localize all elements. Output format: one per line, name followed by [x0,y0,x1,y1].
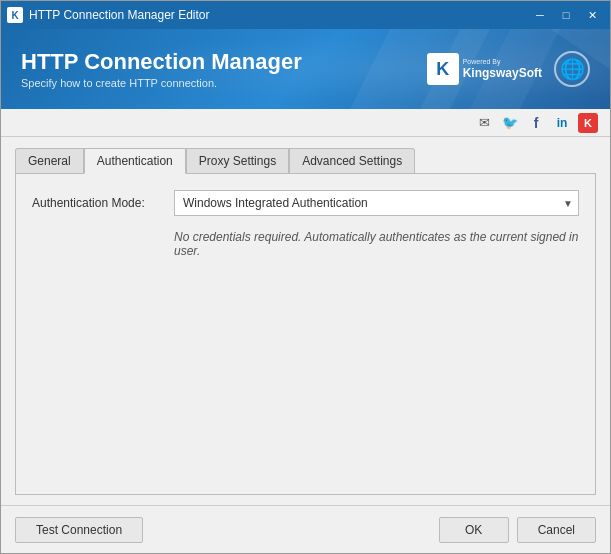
header-right: K Powered By KingswaySoft 🌐 [427,51,590,87]
linkedin-icon[interactable]: in [552,113,572,133]
kingsway-icon[interactable]: K [578,113,598,133]
window-controls: ─ □ ✕ [528,6,604,24]
tab-advanced[interactable]: Advanced Settings [289,148,415,174]
brand-name: KingswaySoft [463,66,542,80]
brand-text: Powered By KingswaySoft [463,58,542,81]
globe-icon[interactable]: 🌐 [554,51,590,87]
email-icon[interactable]: ✉ [474,113,494,133]
auth-mode-label: Authentication Mode: [32,196,162,210]
footer-right: OK Cancel [439,517,596,543]
tab-proxy[interactable]: Proxy Settings [186,148,289,174]
window-title: HTTP Connection Manager Editor [29,8,210,22]
minimize-button[interactable]: ─ [528,6,552,24]
main-content: General Authentication Proxy Settings Ad… [1,137,610,505]
test-connection-button[interactable]: Test Connection [15,517,143,543]
tab-bar: General Authentication Proxy Settings Ad… [15,147,596,173]
header-title: HTTP Connection Manager [21,49,302,75]
app-icon: K [7,7,23,23]
auth-mode-select-wrapper: Windows Integrated Authentication Basic … [174,190,579,216]
title-bar: K HTTP Connection Manager Editor ─ □ ✕ [1,1,610,29]
header-subtitle: Specify how to create HTTP connection. [21,77,302,89]
brand-icon: K [427,53,459,85]
auth-mode-select[interactable]: Windows Integrated Authentication Basic … [174,190,579,216]
header: HTTP Connection Manager Specify how to c… [1,29,610,109]
brand-powered-by: Powered By [463,58,542,66]
social-bar: ✉ 🐦 f in K [1,109,610,137]
title-bar-left: K HTTP Connection Manager Editor [7,7,210,23]
facebook-icon[interactable]: f [526,113,546,133]
tab-panel-authentication: Authentication Mode: Windows Integrated … [15,173,596,495]
close-button[interactable]: ✕ [580,6,604,24]
footer: Test Connection OK Cancel [1,505,610,553]
ok-button[interactable]: OK [439,517,509,543]
tab-authentication[interactable]: Authentication [84,148,186,174]
twitter-icon[interactable]: 🐦 [500,113,520,133]
cancel-button[interactable]: Cancel [517,517,596,543]
header-title-section: HTTP Connection Manager Specify how to c… [21,49,302,89]
auth-info-text: No credentials required. Automatically a… [32,230,579,258]
auth-mode-row: Authentication Mode: Windows Integrated … [32,190,579,216]
tab-general[interactable]: General [15,148,84,174]
brand-logo: K Powered By KingswaySoft [427,53,542,85]
maximize-button[interactable]: □ [554,6,578,24]
